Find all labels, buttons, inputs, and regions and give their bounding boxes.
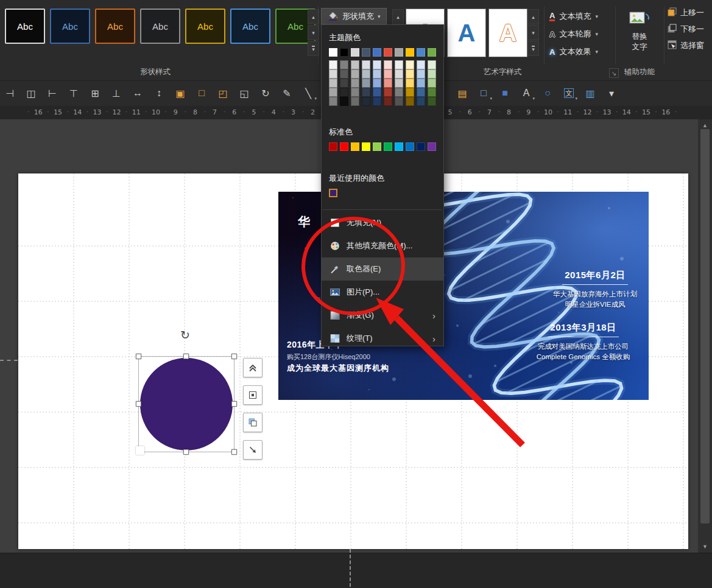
variant-color-swatch[interactable]: [351, 97, 359, 106]
resize-handle-s[interactable]: [183, 449, 189, 455]
variant-color-swatch[interactable]: [395, 79, 403, 88]
theme-color-swatch[interactable]: [340, 48, 348, 57]
align-top-button[interactable]: ⊤: [65, 85, 82, 102]
scroll-up-arrow[interactable]: ▲: [698, 121, 712, 130]
variant-color-swatch[interactable]: [395, 97, 403, 106]
collapse-chevrons-button[interactable]: [243, 358, 263, 377]
variant-color-swatch[interactable]: [362, 97, 370, 106]
variant-color-swatch[interactable]: [417, 60, 425, 69]
align-right-button[interactable]: ⊢: [44, 85, 61, 102]
variant-color-swatch[interactable]: [373, 69, 381, 79]
variant-color-swatch[interactable]: [373, 60, 381, 69]
distribute-horizontal-button[interactable]: ↔: [129, 85, 146, 102]
variant-color-swatch[interactable]: [351, 60, 359, 69]
selected-circle[interactable]: [140, 358, 233, 450]
variant-color-swatch[interactable]: [329, 79, 337, 88]
insert-image-button[interactable]: ▥: [582, 85, 599, 102]
menu-item-more-colors[interactable]: 其他填充颜色(M)...: [322, 234, 443, 257]
standard-color-swatch[interactable]: [340, 142, 348, 151]
variant-color-swatch[interactable]: [351, 69, 359, 79]
variant-color-swatch[interactable]: [362, 88, 370, 97]
variant-color-swatch[interactable]: [340, 79, 348, 88]
fill-swatch-button[interactable]: ■: [496, 85, 513, 102]
shape-fill-button[interactable]: 形状填充 ▾: [321, 8, 387, 24]
variant-color-swatch[interactable]: [406, 60, 414, 69]
variant-color-swatch[interactable]: [373, 97, 381, 106]
toolbar-overflow-button[interactable]: ▾: [603, 85, 620, 102]
scroll-down-arrow[interactable]: ▼: [698, 542, 712, 551]
variant-color-swatch[interactable]: [340, 97, 348, 106]
standard-color-swatch[interactable]: [428, 142, 436, 151]
anchor-center-button[interactable]: [243, 385, 263, 405]
resize-handle-w[interactable]: [136, 401, 141, 407]
ungroup-button[interactable]: ◱: [236, 85, 253, 102]
arrange-button-bring-forward[interactable]: 上移一: [668, 7, 712, 18]
variant-color-swatch[interactable]: [384, 79, 392, 88]
variant-color-swatch[interactable]: [406, 69, 414, 79]
line-picker-button[interactable]: ╲▾: [300, 85, 317, 102]
replace-text-button[interactable]: 替换文字: [619, 9, 660, 63]
align-center-button[interactable]: ◫: [23, 85, 40, 102]
standard-color-swatch[interactable]: [384, 142, 392, 151]
menu-item-picture[interactable]: 图片(P)...: [322, 281, 443, 304]
variant-color-swatch[interactable]: [362, 69, 370, 79]
resize-handle-n[interactable]: [183, 354, 189, 359]
variant-color-swatch[interactable]: [395, 69, 403, 79]
variant-color-swatch[interactable]: [351, 88, 359, 97]
send-backward-button[interactable]: □: [193, 85, 210, 102]
recent-color-swatch[interactable]: [329, 189, 337, 197]
theme-color-swatch[interactable]: [406, 48, 414, 57]
wordart-more-button[interactable]: ▾: [527, 41, 539, 56]
variant-color-swatch[interactable]: [384, 88, 392, 97]
rotate-button[interactable]: ↻: [257, 85, 274, 102]
edit-shape-button[interactable]: ✎: [278, 85, 295, 102]
shape-style-tile-2[interactable]: Abc: [95, 9, 135, 44]
variant-color-swatch[interactable]: [362, 60, 370, 69]
shape-style-tile-0[interactable]: Abc: [5, 9, 45, 44]
resize-handle-e[interactable]: [231, 401, 237, 407]
variant-color-swatch[interactable]: [428, 60, 436, 69]
variant-color-swatch[interactable]: [417, 97, 425, 106]
variant-color-swatch[interactable]: [417, 79, 425, 88]
arrange-button-selection-pane[interactable]: 选择窗: [668, 40, 712, 51]
ring-shape-button[interactable]: ○: [539, 85, 556, 102]
shape-style-tile-5[interactable]: Abc: [230, 9, 270, 44]
scrollbar-thumb[interactable]: [700, 129, 710, 523]
distribute-vertical-button[interactable]: ↕: [150, 85, 167, 102]
menu-item-gradient[interactable]: 渐变(G)›: [322, 304, 443, 327]
theme-color-swatch[interactable]: [373, 48, 381, 57]
standard-color-swatch[interactable]: [362, 142, 370, 151]
align-left-button[interactable]: ⊣: [1, 85, 18, 102]
variant-color-swatch[interactable]: [384, 60, 392, 69]
variant-color-swatch[interactable]: [417, 88, 425, 97]
resize-handle-ne[interactable]: [231, 354, 237, 359]
menu-item-eyedropper[interactable]: 取色器(E): [322, 257, 443, 281]
theme-color-swatch[interactable]: [428, 48, 436, 57]
standard-color-swatch[interactable]: [351, 142, 359, 151]
text-button-0[interactable]: A文本填充▾: [547, 9, 601, 24]
variant-color-swatch[interactable]: [362, 79, 370, 88]
selected-shape[interactable]: ↻: [138, 356, 234, 452]
standard-color-swatch[interactable]: [329, 142, 337, 151]
variant-color-swatch[interactable]: [373, 79, 381, 88]
group-button[interactable]: ◰: [214, 85, 231, 102]
variant-color-swatch[interactable]: [406, 97, 414, 106]
variant-color-swatch[interactable]: [340, 69, 348, 79]
resize-handle-se[interactable]: [231, 449, 237, 455]
text-button-1[interactable]: A文本轮廓▾: [547, 26, 601, 42]
variant-color-swatch[interactable]: [428, 69, 436, 79]
standard-color-swatch[interactable]: [373, 142, 381, 151]
wordart-tile-2[interactable]: A: [488, 9, 527, 57]
variant-color-swatch[interactable]: [329, 60, 337, 69]
rotate-handle-icon[interactable]: ↻: [180, 328, 190, 342]
variant-color-swatch[interactable]: [428, 97, 436, 106]
shape-style-tile-3[interactable]: Abc: [140, 9, 180, 44]
align-middle-button[interactable]: ⊞: [86, 85, 104, 102]
menu-item-texture[interactable]: 纹理(T)›: [322, 327, 443, 350]
theme-color-swatch[interactable]: [384, 48, 392, 57]
variant-color-swatch[interactable]: [395, 60, 403, 69]
theme-color-swatch[interactable]: [362, 48, 370, 57]
menu-item-no-fill[interactable]: 无填充(N): [322, 211, 443, 234]
shape-style-tile-1[interactable]: Abc: [50, 9, 90, 44]
variant-color-swatch[interactable]: [351, 79, 359, 88]
